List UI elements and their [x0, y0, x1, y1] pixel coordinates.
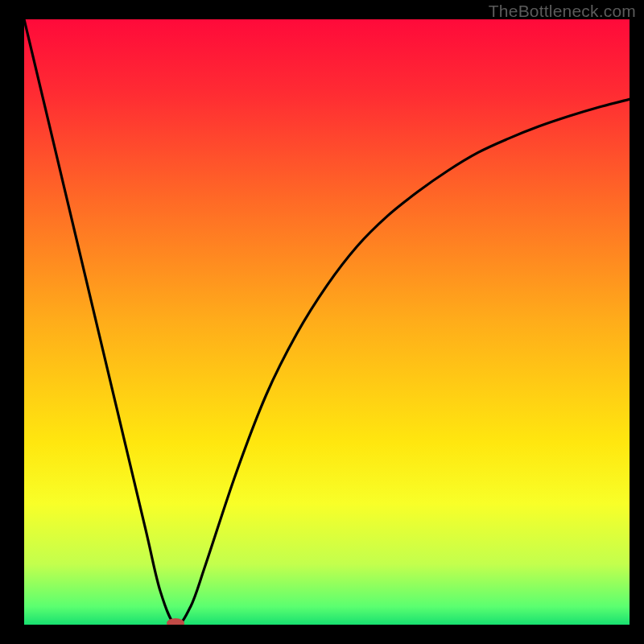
plot-background — [24, 19, 630, 625]
optimum-marker — [167, 618, 184, 628]
chart-frame: TheBottleneck.com — [0, 0, 644, 644]
bottleneck-chart — [0, 0, 644, 644]
watermark-label: TheBottleneck.com — [489, 2, 636, 21]
